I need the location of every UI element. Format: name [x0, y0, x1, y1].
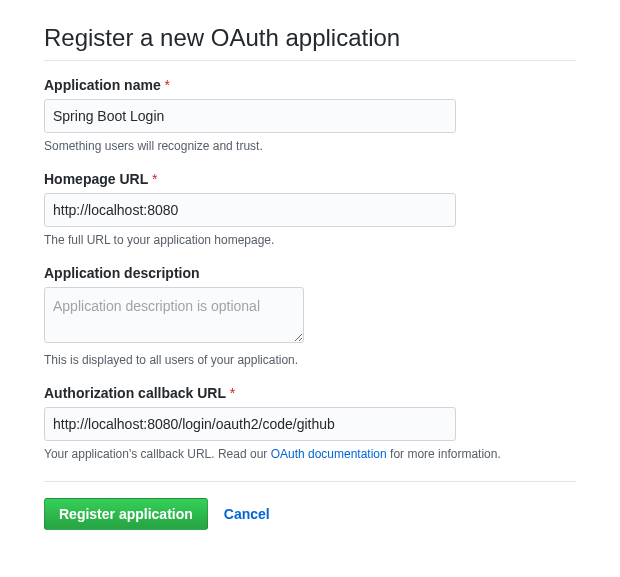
- callback-url-label-text: Authorization callback URL: [44, 385, 226, 401]
- callback-url-label: Authorization callback URL *: [44, 385, 576, 401]
- cancel-link[interactable]: Cancel: [224, 506, 270, 522]
- form-group-description: Application description This is displaye…: [44, 265, 576, 367]
- homepage-url-hint: The full URL to your application homepag…: [44, 233, 576, 247]
- oauth-documentation-link[interactable]: OAuth documentation: [271, 447, 387, 461]
- form-group-callback-url: Authorization callback URL * Your applic…: [44, 385, 576, 461]
- description-label-text: Application description: [44, 265, 200, 281]
- app-name-input[interactable]: [44, 99, 456, 133]
- description-textarea[interactable]: [44, 287, 304, 343]
- form-group-app-name: Application name * Something users will …: [44, 77, 576, 153]
- required-asterisk: *: [165, 77, 170, 93]
- callback-url-hint: Your application's callback URL. Read ou…: [44, 447, 576, 461]
- callback-url-hint-prefix: Your application's callback URL. Read ou…: [44, 447, 271, 461]
- app-name-label-text: Application name: [44, 77, 161, 93]
- homepage-url-label-text: Homepage URL: [44, 171, 148, 187]
- homepage-url-label: Homepage URL *: [44, 171, 576, 187]
- page-title: Register a new OAuth application: [44, 24, 576, 61]
- app-name-hint: Something users will recognize and trust…: [44, 139, 576, 153]
- register-application-button[interactable]: Register application: [44, 498, 208, 530]
- required-asterisk: *: [230, 385, 235, 401]
- description-label: Application description: [44, 265, 576, 281]
- callback-url-input[interactable]: [44, 407, 456, 441]
- required-asterisk: *: [152, 171, 157, 187]
- app-name-label: Application name *: [44, 77, 576, 93]
- homepage-url-input[interactable]: [44, 193, 456, 227]
- form-actions: Register application Cancel: [44, 481, 576, 530]
- form-group-homepage-url: Homepage URL * The full URL to your appl…: [44, 171, 576, 247]
- description-hint: This is displayed to all users of your a…: [44, 353, 576, 367]
- callback-url-hint-suffix: for more information.: [387, 447, 501, 461]
